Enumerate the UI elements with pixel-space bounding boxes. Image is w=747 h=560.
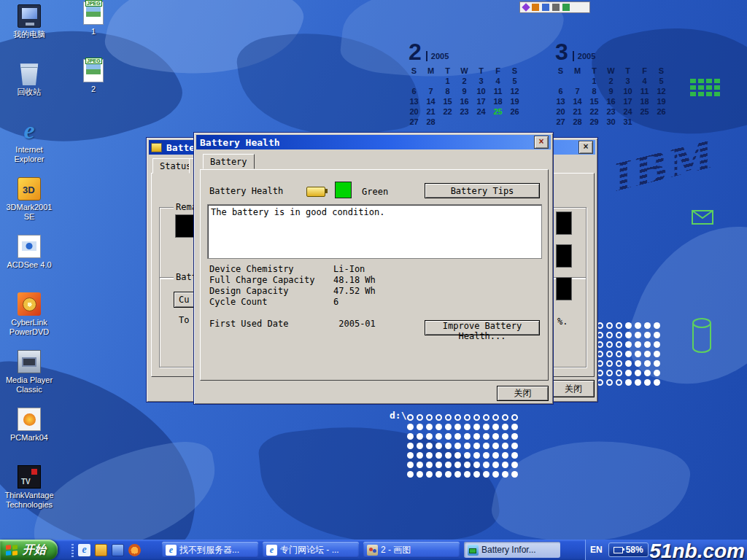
- quick-launch-desktop-icon[interactable]: [112, 544, 124, 556]
- desktop-item-thinkvantage[interactable]: ThinkVantage Technologies: [1, 465, 57, 523]
- desktop-item-label: 3DMark2001 SE: [1, 203, 57, 222]
- battery-health-dialog: Battery Health × Battery Battery Health …: [193, 132, 554, 405]
- battery-icon: [468, 545, 479, 556]
- keyboard-icon[interactable]: [552, 4, 560, 11]
- percent-text: %.: [557, 316, 568, 327]
- language-indicator[interactable]: EN: [590, 545, 603, 555]
- start-button[interactable]: 开始: [0, 540, 58, 560]
- battery-health-titlebar[interactable]: Battery Health ×: [196, 135, 551, 149]
- ie-page-icon: [266, 545, 277, 556]
- battery-tips-button[interactable]: Battery Tips: [425, 183, 540, 198]
- desktop-item-jpg-file[interactable]: 1: [66, 1, 121, 59]
- taskbar-button[interactable]: 专门网论坛 - ...: [263, 542, 359, 558]
- health-status-swatch: [335, 182, 352, 198]
- internet-explorer-icon: [18, 120, 41, 143]
- tab-battery[interactable]: Battery: [203, 154, 255, 169]
- capacity-display: [556, 277, 572, 300]
- desktop-item-label: CyberLink PowerDVD: [1, 318, 57, 337]
- powerdvd-icon: [18, 292, 41, 316]
- battery-tray-icon: [614, 547, 623, 553]
- desktop-item-recycle-bin[interactable]: 回收站: [1, 62, 57, 120]
- battery-icon: [306, 187, 325, 197]
- first-used-value: 2005-01: [338, 319, 376, 329]
- battery-percent: 58%: [626, 545, 643, 555]
- quick-launch-media-icon[interactable]: [128, 544, 141, 556]
- desktop-item-label: 回收站: [18, 88, 42, 97]
- desktop-item-mpc[interactable]: Media Player Classic: [1, 350, 57, 408]
- spreadsheet-grid-icon: [690, 79, 696, 83]
- battery-window-icon: [151, 143, 162, 152]
- dialog-title: Battery Health: [200, 137, 280, 148]
- condition-text: The battery is in good condition.: [211, 207, 384, 217]
- battery-indicator[interactable]: 58%: [608, 542, 649, 557]
- calendar-february-2005: 22005SMTWTFS1234567891011121314151617181…: [406, 38, 530, 127]
- start-label: 开始: [23, 542, 46, 558]
- window-title: Batte: [166, 142, 195, 153]
- envelope-icon: [692, 210, 713, 225]
- desktop-item-label: ACDSee 4.0: [7, 260, 51, 270]
- dialog-close-button[interactable]: 关闭: [497, 386, 549, 401]
- desktop-icons: 我的电脑回收站Internet Explorer3DMark2001 SEACD…: [1, 4, 57, 523]
- jpg-file-icon: [83, 59, 104, 82]
- taskbar-button[interactable]: 2 - 画图: [363, 542, 460, 558]
- cylinder-icon: [692, 318, 712, 353]
- diamond-icon[interactable]: [522, 3, 530, 11]
- desktop-item-powerdvd[interactable]: CyberLink PowerDVD: [1, 292, 57, 350]
- quick-launch-ie-icon[interactable]: [78, 544, 90, 556]
- desktop-item-internet-explorer[interactable]: Internet Explorer: [1, 120, 57, 177]
- remaining-capacity-display: [175, 214, 196, 238]
- windows-logo-icon: [6, 544, 18, 556]
- quick-launch-mail-icon[interactable]: [95, 544, 107, 556]
- 3dmark2001-icon: [18, 177, 41, 201]
- pcmark04-icon: [18, 408, 41, 431]
- desktop-item-label: Media Player Classic: [1, 376, 57, 394]
- dot-matrix-decoration: [595, 321, 662, 387]
- desktop-item-3dmark2001[interactable]: 3DMark2001 SE: [1, 177, 57, 235]
- close-icon[interactable]: ×: [578, 141, 593, 154]
- display-icon[interactable]: [542, 4, 549, 11]
- quick-launch: [71, 540, 141, 560]
- desktop-item-jpg-file[interactable]: 2: [66, 59, 121, 117]
- recycle-bin-icon: [18, 62, 41, 85]
- desktop-item-my-computer[interactable]: 我的电脑: [1, 4, 57, 62]
- acdsee-icon: [18, 235, 41, 258]
- task-buttons: 找不到服务器...专门网论坛 - ...2 - 画图Battery Infor.…: [162, 542, 560, 558]
- my-computer-icon: [18, 4, 41, 28]
- floating-toolbar[interactable]: [519, 1, 590, 13]
- mpc-icon: [18, 350, 41, 373]
- drive-label: d:\: [390, 410, 406, 421]
- health-status-text: Green: [362, 187, 388, 197]
- close-icon[interactable]: ×: [534, 136, 549, 149]
- desktop-item-label: Internet Explorer: [1, 145, 57, 164]
- battery-fields: Device ChemistryLi-IonFull Charge Capaci…: [209, 264, 530, 308]
- battery-tab-panel: Battery Health Green Battery Tips The ba…: [200, 169, 549, 381]
- taskbar-button[interactable]: Battery Infor...: [464, 542, 560, 558]
- taskbar-button[interactable]: 找不到服务器...: [162, 542, 258, 558]
- dot-matrix-decoration: [406, 413, 519, 479]
- battery-health-label: Battery Health: [209, 186, 283, 196]
- desktop-item-label: 2: [91, 85, 96, 94]
- notes-icon[interactable]: [562, 4, 570, 11]
- volume-icon[interactable]: [532, 4, 539, 11]
- desktop-item-label: 我的电脑: [13, 30, 45, 39]
- desktop-item-label: PCMark04: [10, 433, 48, 443]
- condition-textbox[interactable]: The battery is in good condition.: [207, 204, 542, 259]
- capacity-display: [556, 211, 572, 235]
- thinkvantage-icon: [18, 465, 41, 489]
- desktop-item-pcmark04[interactable]: PCMark04: [1, 408, 57, 465]
- desktop-files: 12: [66, 1, 121, 117]
- watermark: 51nb.com: [649, 540, 745, 560]
- jpg-file-icon: [83, 1, 104, 25]
- desktop-item-label: ThinkVantage Technologies: [1, 491, 57, 510]
- toolbar-grip[interactable]: [71, 542, 74, 557]
- window-close-button[interactable]: 关闭: [552, 380, 595, 397]
- desktop: IBM d:\ 22005SMTWTFS12345678910111213141…: [0, 0, 747, 560]
- paint-icon: [367, 545, 378, 556]
- first-used-row: First Used Date 2005-01: [209, 319, 376, 329]
- improve-battery-health-button[interactable]: Improve Battery Health...: [425, 320, 540, 335]
- desktop-item-acdsee[interactable]: ACDSee 4.0: [1, 235, 57, 292]
- capacity-display: [556, 244, 572, 268]
- first-used-label: First Used Date: [209, 319, 333, 329]
- ie-page-icon: [166, 545, 177, 556]
- ibm-logo: IBM: [605, 131, 716, 203]
